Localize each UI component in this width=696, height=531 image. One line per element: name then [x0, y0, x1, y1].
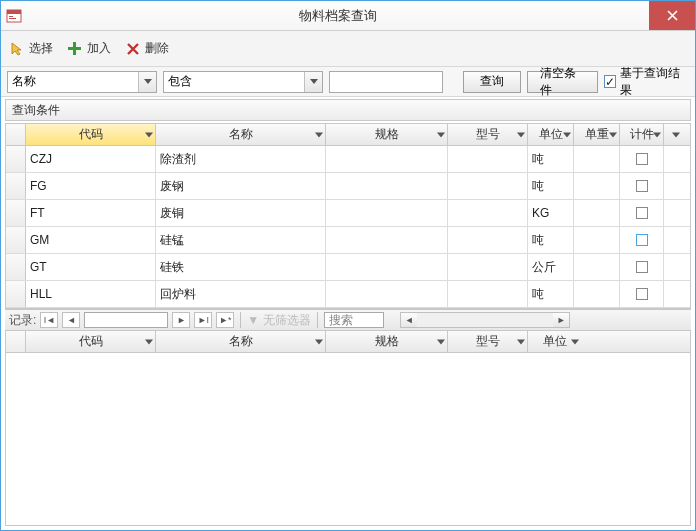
chevron-down-icon[interactable] [437, 339, 445, 344]
row-header-corner[interactable] [6, 331, 26, 352]
col-weight[interactable]: 单重 [574, 124, 620, 145]
col-unit[interactable]: 单位 [528, 124, 574, 145]
operator-combo-input[interactable] [164, 72, 304, 92]
cell-weight[interactable] [574, 146, 620, 172]
col2-code[interactable]: 代码 [26, 331, 156, 352]
cell-code[interactable]: HLL [26, 281, 156, 307]
row-header[interactable] [6, 254, 26, 280]
cell-piece[interactable] [620, 200, 664, 226]
scroll-track[interactable] [417, 313, 553, 327]
checkbox-icon[interactable] [636, 180, 648, 192]
nav-last[interactable]: ►I [194, 312, 212, 328]
select-button[interactable]: 选择 [9, 40, 53, 57]
cell-unit[interactable]: 吨 [528, 173, 574, 199]
cell-spec[interactable] [326, 173, 448, 199]
record-number-input[interactable] [84, 312, 168, 328]
row-header[interactable] [6, 281, 26, 307]
col2-unit[interactable]: 单位 [528, 331, 581, 352]
cell-name[interactable]: 废铜 [156, 200, 326, 226]
cell-spec[interactable] [326, 146, 448, 172]
nav-search-input[interactable]: 搜索 [324, 312, 384, 328]
delete-button[interactable]: 删除 [125, 40, 169, 57]
chevron-down-icon[interactable] [517, 339, 525, 344]
operator-combo-dropdown[interactable] [304, 72, 322, 92]
cell-weight[interactable] [574, 281, 620, 307]
cell-name[interactable]: 除渣剂 [156, 146, 326, 172]
cell-piece[interactable] [620, 146, 664, 172]
cell-unit[interactable]: 吨 [528, 146, 574, 172]
chevron-down-icon[interactable] [609, 132, 617, 137]
field-combo[interactable] [7, 71, 157, 93]
chevron-down-icon[interactable] [517, 132, 525, 137]
cell-extra[interactable] [664, 173, 682, 199]
query-button[interactable]: 查询 [463, 71, 522, 93]
cell-model[interactable] [448, 281, 528, 307]
cell-weight[interactable] [574, 173, 620, 199]
nav-prev[interactable]: ◄ [62, 312, 80, 328]
filter-text-input[interactable] [329, 71, 443, 93]
row-header[interactable] [6, 227, 26, 253]
chevron-down-icon[interactable] [563, 132, 571, 137]
cell-model[interactable] [448, 254, 528, 280]
cell-weight[interactable] [574, 200, 620, 226]
cell-spec[interactable] [326, 254, 448, 280]
cell-model[interactable] [448, 146, 528, 172]
col-code[interactable]: 代码 [26, 124, 156, 145]
cell-piece[interactable] [620, 173, 664, 199]
checkbox-icon[interactable] [636, 261, 648, 273]
chevron-down-icon[interactable] [315, 339, 323, 344]
cell-extra[interactable] [664, 254, 682, 280]
cell-piece[interactable] [620, 281, 664, 307]
cell-unit[interactable]: 吨 [528, 227, 574, 253]
cell-name[interactable]: 硅铁 [156, 254, 326, 280]
col-name[interactable]: 名称 [156, 124, 326, 145]
row-header[interactable] [6, 200, 26, 226]
cell-spec[interactable] [326, 200, 448, 226]
cell-code[interactable]: GM [26, 227, 156, 253]
operator-combo[interactable] [163, 71, 323, 93]
cell-piece[interactable] [620, 254, 664, 280]
table-row[interactable]: FT废铜KG [6, 200, 690, 227]
horizontal-scrollbar[interactable]: ◄ ► [400, 312, 570, 328]
cell-unit[interactable]: 公斤 [528, 254, 574, 280]
cell-model[interactable] [448, 200, 528, 226]
cell-extra[interactable] [664, 227, 682, 253]
row-header[interactable] [6, 146, 26, 172]
cell-code[interactable]: GT [26, 254, 156, 280]
row-header-corner[interactable] [6, 124, 26, 145]
cell-name[interactable]: 废钢 [156, 173, 326, 199]
checkbox-icon[interactable] [636, 153, 648, 165]
table-row[interactable]: FG废钢吨 [6, 173, 690, 200]
cell-piece[interactable] [620, 227, 664, 253]
table-row[interactable]: CZJ除渣剂吨 [6, 146, 690, 173]
cell-extra[interactable] [664, 281, 682, 307]
col-model[interactable]: 型号 [448, 124, 528, 145]
chevron-down-icon[interactable] [571, 339, 579, 344]
cell-spec[interactable] [326, 227, 448, 253]
checkbox-icon[interactable] [636, 288, 648, 300]
cell-weight[interactable] [574, 254, 620, 280]
col2-model[interactable]: 型号 [448, 331, 528, 352]
chevron-down-icon[interactable] [653, 132, 661, 137]
cell-extra[interactable] [664, 146, 682, 172]
cell-name[interactable]: 回炉料 [156, 281, 326, 307]
cell-name[interactable]: 硅锰 [156, 227, 326, 253]
field-combo-input[interactable] [8, 72, 138, 92]
table-row[interactable]: HLL回炉料吨 [6, 281, 690, 308]
cell-extra[interactable] [664, 200, 682, 226]
nav-next[interactable]: ► [172, 312, 190, 328]
col-spec[interactable]: 规格 [326, 124, 448, 145]
row-header[interactable] [6, 173, 26, 199]
cell-unit[interactable]: 吨 [528, 281, 574, 307]
chevron-down-icon[interactable] [437, 132, 445, 137]
col-piece[interactable]: 计件 [620, 124, 664, 145]
checkbox-icon[interactable] [636, 234, 648, 246]
chevron-down-icon[interactable] [672, 132, 680, 137]
cell-spec[interactable] [326, 281, 448, 307]
chevron-down-icon[interactable] [315, 132, 323, 137]
cell-code[interactable]: FT [26, 200, 156, 226]
cell-code[interactable]: FG [26, 173, 156, 199]
chevron-down-icon[interactable] [145, 132, 153, 137]
cell-weight[interactable] [574, 227, 620, 253]
add-button[interactable]: 加入 [67, 40, 111, 57]
